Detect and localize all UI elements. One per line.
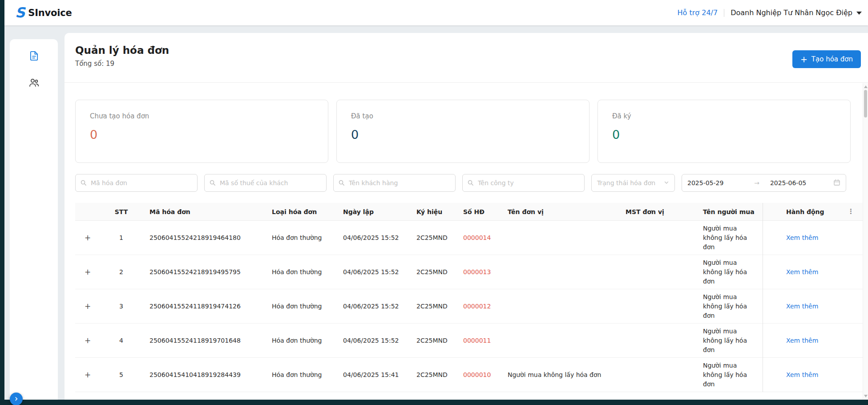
cell-invoice-number[interactable]: 0000012 — [456, 289, 501, 323]
stat-cards: Chưa tạo hóa đơn 0 Đã tạo 0 Đã ký 0 — [75, 100, 851, 163]
col-unit-name: Tên đơn vị — [501, 203, 618, 220]
stat-label: Chưa tạo hóa đơn — [90, 112, 314, 120]
cell-invoice-type: Hóa đơn thường — [265, 221, 336, 255]
col-invoice-type: Loại hóa đơn — [265, 203, 336, 220]
view-more-link[interactable]: Xem thêm — [786, 234, 818, 241]
cell-unit-tax — [618, 221, 696, 255]
support-link[interactable]: Hỗ trợ 24/7 — [678, 8, 718, 17]
sinvoice-logo-icon: S — [15, 6, 25, 20]
company-name-search — [462, 174, 585, 192]
page-title: Quản lý hóa đơn — [75, 45, 169, 56]
workspace: Quản lý hóa đơn Tổng số: 19 + Tạo hóa đơ… — [4, 25, 868, 400]
table-row: + 1 25060415524218919464180 Hóa đơn thườ… — [75, 221, 863, 255]
customer-name-search — [333, 174, 456, 192]
cell-unit-tax — [618, 255, 696, 289]
col-buyer-name: Tên người mua — [696, 203, 763, 220]
cell-invoice-type: Hóa đơn thường — [265, 324, 336, 357]
cell-buyer-name: Người mua không lấy hóa đơn — [696, 289, 763, 323]
sidebar — [10, 39, 58, 400]
sidebar-item-invoices[interactable] — [29, 51, 39, 63]
filter-bar: Trạng thái hóa đơn 2025-05-29 → 2025-06-… — [75, 174, 851, 192]
chevron-right-icon: › — [15, 393, 18, 403]
cell-invoice-number[interactable]: 0000014 — [456, 221, 501, 255]
cell-symbol: 2C25MND — [409, 255, 456, 289]
total-count: Tổng số: 19 — [75, 60, 169, 68]
cell-unit-name — [501, 289, 618, 323]
invoice-file-icon — [29, 51, 39, 63]
sidebar-expand-button[interactable]: › — [10, 393, 23, 405]
brand: S SInvoice — [15, 6, 72, 20]
fixed-column-divider — [763, 203, 763, 392]
stat-card-signed: Đã ký 0 — [598, 100, 851, 163]
main-panel: Quản lý hóa đơn Tổng số: 19 + Tạo hóa đơ… — [65, 33, 868, 400]
cell-invoice-type: Hóa đơn thường — [265, 255, 336, 289]
expand-row-icon[interactable]: + — [85, 234, 91, 242]
cell-buyer-name: Người mua không lấy hóa đơn — [696, 324, 763, 357]
cell-created-date: 04/06/2025 15:41 — [336, 358, 409, 392]
view-more-link[interactable]: Xem thêm — [786, 371, 818, 378]
cell-symbol: 2C25MND — [409, 221, 456, 255]
stat-value: 0 — [612, 128, 836, 142]
app-window: S SInvoice Hỗ trợ 24/7 Doanh Nghiệp Tư N… — [0, 0, 868, 405]
cell-unit-tax — [618, 324, 696, 357]
calendar-icon — [833, 179, 840, 187]
cell-stt: 2 — [100, 255, 142, 289]
cell-invoice-number[interactable]: 0000011 — [456, 324, 501, 357]
col-invoice-number: Số HĐ — [456, 203, 501, 220]
view-more-link[interactable]: Xem thêm — [786, 268, 818, 275]
scrollbar-thumb[interactable] — [864, 90, 867, 117]
cell-symbol: 2C25MND — [409, 324, 456, 357]
cell-stt: 5 — [100, 358, 142, 392]
col-actions: Hành động — [763, 203, 859, 220]
date-start-value[interactable]: 2025-05-29 — [687, 179, 751, 186]
tax-code-input[interactable] — [204, 174, 327, 192]
search-icon — [209, 179, 216, 188]
view-more-link[interactable]: Xem thêm — [786, 337, 818, 344]
vertical-scrollbar[interactable] — [863, 83, 868, 400]
search-icon — [338, 179, 345, 188]
cell-invoice-number[interactable]: 0000013 — [456, 255, 501, 289]
cell-unit-name — [501, 221, 618, 255]
scroll-down-arrow-icon[interactable] — [864, 395, 868, 397]
account-menu[interactable]: Doanh Nghiệp Tư Nhân Ngọc Điệp — [731, 8, 862, 17]
table-row: + 2 25060415524218919495795 Hóa đơn thườ… — [75, 255, 863, 289]
stat-value: 0 — [351, 128, 575, 142]
cell-created-date: 04/06/2025 15:52 — [336, 255, 409, 289]
cell-invoice-code: 25060415524118919474126 — [142, 289, 265, 323]
scroll-up-arrow-icon[interactable] — [864, 85, 868, 88]
page-header: Quản lý hóa đơn Tổng số: 19 + Tạo hóa đơ… — [65, 33, 868, 83]
col-stt: STT — [100, 203, 142, 220]
expand-row-icon[interactable]: + — [85, 268, 91, 276]
cell-unit-name: Người mua không lấy hóa đơn — [501, 358, 618, 392]
expand-row-icon[interactable]: + — [85, 337, 91, 344]
chevron-down-icon — [664, 179, 669, 186]
stat-label: Đã ký — [612, 112, 836, 120]
expand-row-icon[interactable]: + — [85, 303, 91, 310]
cell-invoice-number[interactable]: 0000010 — [456, 358, 501, 392]
col-created-date: Ngày lập — [336, 203, 409, 220]
search-icon — [467, 179, 474, 188]
create-invoice-button[interactable]: + Tạo hóa đơn — [792, 50, 861, 68]
col-invoice-code: Mã hóa đơn — [142, 203, 265, 220]
cell-invoice-code: 25060415524218919464180 — [142, 221, 265, 255]
col-expand — [75, 203, 100, 220]
sidebar-item-customers[interactable] — [28, 77, 40, 90]
cell-created-date: 04/06/2025 15:52 — [336, 221, 409, 255]
table-header-row: STT Mã hóa đơn Loại hóa đơn Ngày lập Ký … — [75, 203, 863, 221]
date-end-value[interactable]: 2025-06-05 — [763, 179, 833, 186]
expand-row-icon[interactable]: + — [85, 371, 91, 379]
date-range-picker[interactable]: 2025-05-29 → 2025-06-05 — [682, 174, 846, 192]
table-settings-icon[interactable]: ⋮ — [848, 207, 855, 215]
cell-invoice-code: 25060415524118919701648 — [142, 324, 265, 357]
invoice-status-select[interactable]: Trạng thái hóa đơn — [591, 174, 675, 192]
customer-name-input[interactable] — [333, 174, 456, 192]
cell-buyer-name: Người mua không lấy hóa đơn — [696, 358, 763, 392]
cell-invoice-type: Hóa đơn thường — [265, 289, 336, 323]
topbar-divider — [724, 9, 724, 17]
view-more-link[interactable]: Xem thêm — [786, 303, 818, 310]
company-name-input[interactable] — [462, 174, 585, 192]
invoice-code-input[interactable] — [75, 174, 198, 192]
customers-icon — [28, 77, 40, 90]
create-invoice-label: Tạo hóa đơn — [811, 55, 853, 63]
cell-buyer-name: Người mua không lấy hóa đơn — [696, 255, 763, 289]
